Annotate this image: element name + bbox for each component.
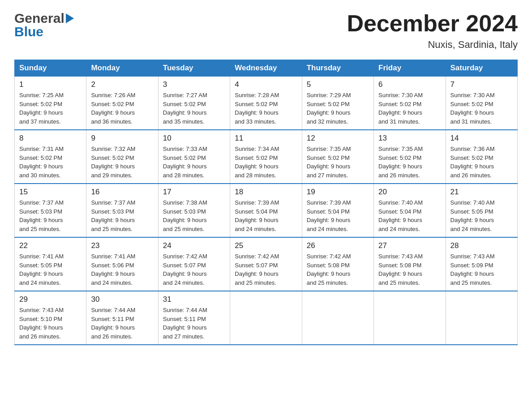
day-info: Sunrise: 7:35 AMSunset: 5:02 PMDaylight:… <box>307 145 369 180</box>
calendar-day-cell: 24Sunrise: 7:42 AMSunset: 5:07 PMDayligh… <box>158 237 230 291</box>
calendar-week-row: 8Sunrise: 7:31 AMSunset: 5:02 PMDaylight… <box>15 130 518 184</box>
calendar-header-row: SundayMondayTuesdayWednesdayThursdayFrid… <box>15 60 518 77</box>
calendar-day-cell: 27Sunrise: 7:43 AMSunset: 5:08 PMDayligh… <box>374 237 446 291</box>
day-info: Sunrise: 7:40 AMSunset: 5:05 PMDaylight:… <box>450 198 513 233</box>
calendar-day-cell: 8Sunrise: 7:31 AMSunset: 5:02 PMDaylight… <box>15 130 86 184</box>
page-header: General Blue December 2024 Nuxis, Sardin… <box>14 11 518 51</box>
calendar-day-cell: 10Sunrise: 7:33 AMSunset: 5:02 PMDayligh… <box>158 130 230 184</box>
day-info: Sunrise: 7:29 AMSunset: 5:02 PMDaylight:… <box>307 91 369 126</box>
calendar-day-cell: 7Sunrise: 7:30 AMSunset: 5:02 PMDaylight… <box>446 77 517 130</box>
day-number: 24 <box>163 241 225 250</box>
calendar-day-cell: 12Sunrise: 7:35 AMSunset: 5:02 PMDayligh… <box>302 130 373 184</box>
day-number: 18 <box>235 188 297 197</box>
day-number: 6 <box>378 80 441 89</box>
day-info: Sunrise: 7:44 AMSunset: 5:11 PMDaylight:… <box>91 306 153 341</box>
day-number: 14 <box>450 134 513 143</box>
day-info: Sunrise: 7:27 AMSunset: 5:02 PMDaylight:… <box>163 91 225 126</box>
day-number: 2 <box>91 80 153 89</box>
day-number: 30 <box>91 295 153 304</box>
calendar-day-cell: 19Sunrise: 7:39 AMSunset: 5:04 PMDayligh… <box>302 184 373 237</box>
day-info: Sunrise: 7:37 AMSunset: 5:03 PMDaylight:… <box>91 198 153 233</box>
day-number: 11 <box>235 134 297 143</box>
day-number: 5 <box>307 80 369 89</box>
day-info: Sunrise: 7:40 AMSunset: 5:04 PMDaylight:… <box>378 198 441 233</box>
day-info: Sunrise: 7:25 AMSunset: 5:02 PMDaylight:… <box>19 91 82 126</box>
day-info: Sunrise: 7:44 AMSunset: 5:11 PMDaylight:… <box>163 306 225 341</box>
logo: General Blue <box>14 11 74 39</box>
header-sunday: Sunday <box>15 60 86 77</box>
day-info: Sunrise: 7:42 AMSunset: 5:07 PMDaylight:… <box>163 252 225 287</box>
header-wednesday: Wednesday <box>230 60 302 77</box>
calendar-day-cell: 28Sunrise: 7:43 AMSunset: 5:09 PMDayligh… <box>446 237 517 291</box>
day-info: Sunrise: 7:32 AMSunset: 5:02 PMDaylight:… <box>91 145 153 180</box>
day-info: Sunrise: 7:39 AMSunset: 5:04 PMDaylight:… <box>235 198 297 233</box>
day-number: 10 <box>163 134 225 143</box>
day-info: Sunrise: 7:39 AMSunset: 5:04 PMDaylight:… <box>307 198 369 233</box>
day-info: Sunrise: 7:26 AMSunset: 5:02 PMDaylight:… <box>91 91 153 126</box>
calendar-day-cell: 16Sunrise: 7:37 AMSunset: 5:03 PMDayligh… <box>86 184 158 237</box>
day-number: 25 <box>235 241 297 250</box>
calendar-week-row: 15Sunrise: 7:37 AMSunset: 5:03 PMDayligh… <box>15 184 518 237</box>
day-info: Sunrise: 7:42 AMSunset: 5:07 PMDaylight:… <box>235 252 297 287</box>
calendar-day-cell: 31Sunrise: 7:44 AMSunset: 5:11 PMDayligh… <box>158 291 230 345</box>
calendar-day-cell: 11Sunrise: 7:34 AMSunset: 5:02 PMDayligh… <box>230 130 302 184</box>
day-number: 19 <box>307 188 369 197</box>
day-number: 15 <box>19 188 82 197</box>
day-number: 12 <box>307 134 369 143</box>
day-info: Sunrise: 7:43 AMSunset: 5:08 PMDaylight:… <box>378 252 441 287</box>
calendar-empty-cell <box>230 291 302 345</box>
calendar-day-cell: 1Sunrise: 7:25 AMSunset: 5:02 PMDaylight… <box>15 77 86 130</box>
day-number: 23 <box>91 241 153 250</box>
day-info: Sunrise: 7:28 AMSunset: 5:02 PMDaylight:… <box>235 91 297 126</box>
calendar-day-cell: 22Sunrise: 7:41 AMSunset: 5:05 PMDayligh… <box>15 237 86 291</box>
day-number: 26 <box>307 241 369 250</box>
calendar-day-cell: 14Sunrise: 7:36 AMSunset: 5:02 PMDayligh… <box>446 130 517 184</box>
day-number: 1 <box>19 80 82 89</box>
day-info: Sunrise: 7:37 AMSunset: 5:03 PMDaylight:… <box>19 198 82 233</box>
calendar-empty-cell <box>374 291 446 345</box>
day-number: 4 <box>235 80 297 89</box>
day-info: Sunrise: 7:42 AMSunset: 5:08 PMDaylight:… <box>307 252 369 287</box>
calendar-day-cell: 29Sunrise: 7:43 AMSunset: 5:10 PMDayligh… <box>15 291 86 345</box>
calendar-week-row: 22Sunrise: 7:41 AMSunset: 5:05 PMDayligh… <box>15 237 518 291</box>
day-number: 8 <box>19 134 82 143</box>
calendar-day-cell: 30Sunrise: 7:44 AMSunset: 5:11 PMDayligh… <box>86 291 158 345</box>
calendar-day-cell: 23Sunrise: 7:41 AMSunset: 5:06 PMDayligh… <box>86 237 158 291</box>
header-friday: Friday <box>374 60 446 77</box>
day-info: Sunrise: 7:43 AMSunset: 5:09 PMDaylight:… <box>450 252 513 287</box>
day-number: 29 <box>19 295 82 304</box>
calendar-title: December 2024 <box>347 11 518 36</box>
title-area: December 2024 Nuxis, Sardinia, Italy <box>347 11 518 51</box>
day-number: 22 <box>19 241 82 250</box>
day-info: Sunrise: 7:31 AMSunset: 5:02 PMDaylight:… <box>19 145 82 180</box>
calendar-day-cell: 13Sunrise: 7:35 AMSunset: 5:02 PMDayligh… <box>374 130 446 184</box>
calendar-table: SundayMondayTuesdayWednesdayThursdayFrid… <box>14 60 518 345</box>
day-number: 17 <box>163 188 225 197</box>
day-info: Sunrise: 7:34 AMSunset: 5:02 PMDaylight:… <box>235 145 297 180</box>
day-number: 13 <box>378 134 441 143</box>
day-info: Sunrise: 7:33 AMSunset: 5:02 PMDaylight:… <box>163 145 225 180</box>
calendar-day-cell: 5Sunrise: 7:29 AMSunset: 5:02 PMDaylight… <box>302 77 373 130</box>
day-number: 31 <box>163 295 225 304</box>
calendar-day-cell: 18Sunrise: 7:39 AMSunset: 5:04 PMDayligh… <box>230 184 302 237</box>
calendar-empty-cell <box>446 291 517 345</box>
day-info: Sunrise: 7:41 AMSunset: 5:06 PMDaylight:… <box>91 252 153 287</box>
calendar-day-cell: 4Sunrise: 7:28 AMSunset: 5:02 PMDaylight… <box>230 77 302 130</box>
calendar-day-cell: 17Sunrise: 7:38 AMSunset: 5:03 PMDayligh… <box>158 184 230 237</box>
calendar-day-cell: 26Sunrise: 7:42 AMSunset: 5:08 PMDayligh… <box>302 237 373 291</box>
day-info: Sunrise: 7:43 AMSunset: 5:10 PMDaylight:… <box>19 306 82 341</box>
calendar-day-cell: 9Sunrise: 7:32 AMSunset: 5:02 PMDaylight… <box>86 130 158 184</box>
day-info: Sunrise: 7:41 AMSunset: 5:05 PMDaylight:… <box>19 252 82 287</box>
calendar-day-cell: 21Sunrise: 7:40 AMSunset: 5:05 PMDayligh… <box>446 184 517 237</box>
day-number: 3 <box>163 80 225 89</box>
day-info: Sunrise: 7:35 AMSunset: 5:02 PMDaylight:… <box>378 145 441 180</box>
day-info: Sunrise: 7:38 AMSunset: 5:03 PMDaylight:… <box>163 198 225 233</box>
day-info: Sunrise: 7:30 AMSunset: 5:02 PMDaylight:… <box>450 91 513 126</box>
day-number: 9 <box>91 134 153 143</box>
header-thursday: Thursday <box>302 60 373 77</box>
day-number: 7 <box>450 80 513 89</box>
calendar-day-cell: 25Sunrise: 7:42 AMSunset: 5:07 PMDayligh… <box>230 237 302 291</box>
logo-arrow-icon <box>66 13 74 23</box>
calendar-week-row: 1Sunrise: 7:25 AMSunset: 5:02 PMDaylight… <box>15 77 518 130</box>
day-number: 28 <box>450 241 513 250</box>
